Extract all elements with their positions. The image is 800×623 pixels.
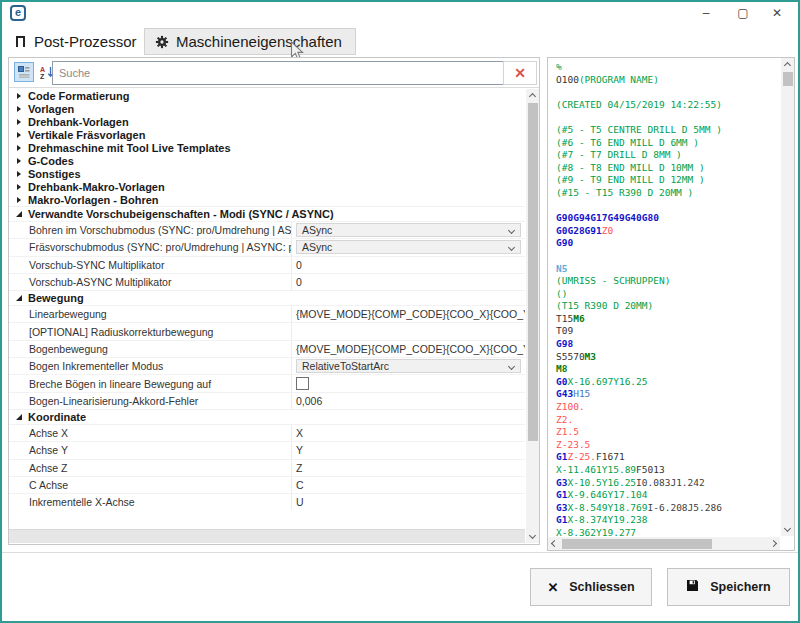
code-line: (#8 - T8 END MILL D 10MM ) [556, 162, 780, 175]
section-header[interactable]: Bewegung [9, 290, 525, 305]
expander-collapsed-icon[interactable] [17, 158, 21, 164]
code-line: (T15 R390 D 20MM) [556, 300, 780, 313]
property-label: Fräsvorschubmodus (SYNC: pro/Umdrehung |… [9, 239, 291, 255]
category-row[interactable]: G-Codes [9, 154, 525, 167]
property-row: Bogen-Linearisierung-Akkord-Fehler0,006 [9, 392, 525, 409]
scroll-down-button[interactable] [781, 523, 794, 536]
scrollbar-thumb[interactable] [783, 72, 793, 86]
property-value[interactable]: RelativeToStartArc [291, 358, 525, 374]
property-value[interactable]: ASync [291, 239, 525, 255]
code-line: X-8.362Y19.277 [556, 527, 780, 536]
property-value[interactable]: C [291, 477, 525, 493]
category-row[interactable]: Vorlagen [9, 102, 525, 115]
property-label: Bohren im Vorschubmodus (SYNC: pro/Umdre… [9, 222, 291, 238]
expander-collapsed-icon[interactable] [17, 106, 21, 112]
category-label: Vertikale Fräsvorlagen [28, 129, 145, 141]
categorized-view-button[interactable] [14, 62, 34, 82]
property-value[interactable]: ASync [291, 222, 525, 238]
code-line: G1Z-25.F1671 [556, 451, 780, 464]
code-token: G0G28G91 [556, 225, 602, 236]
code-token: F1671 [596, 451, 625, 462]
property-value[interactable]: 0 [291, 274, 525, 290]
section-header[interactable]: Verwandte Vorschubeigenschaften - Modi (… [9, 206, 525, 221]
code-token: Z100. [556, 401, 585, 412]
scrollbar-thumb[interactable] [562, 539, 712, 549]
property-value[interactable] [291, 375, 525, 391]
category-row[interactable]: Drehbank-Makro-Vorlagen [9, 180, 525, 193]
scroll-down-button[interactable] [526, 530, 539, 543]
gcode-vertical-scrollbar[interactable] [781, 58, 794, 536]
section-title: Verwandte Vorschubeigenschaften - Modi (… [28, 208, 334, 220]
code-line: (#7 - T7 DRILL D 8MM ) [556, 149, 780, 162]
minimize-button[interactable]: – [689, 2, 723, 24]
property-value[interactable]: {MOVE_MODE}{COMP_CODE}{COO_X}{COO_Y}{COO… [291, 341, 525, 357]
category-row[interactable]: Vertikale Fräsvorlagen [9, 128, 525, 141]
code-token: G98 [556, 338, 573, 349]
category-row[interactable]: Drehbank-Vorlagen [9, 115, 525, 128]
search-input[interactable] [52, 61, 506, 85]
property-row: Bogenbewegung{MOVE_MODE}{COMP_CODE}{COO_… [9, 340, 525, 357]
expander-collapsed-icon[interactable] [17, 197, 21, 203]
category-row[interactable]: Code Formatierung [9, 89, 525, 102]
scroll-right-button[interactable] [767, 537, 780, 550]
expander-collapsed-icon[interactable] [17, 171, 21, 177]
expander-collapsed-icon[interactable] [17, 184, 21, 190]
titlebar: e – ▢ ✕ [2, 2, 798, 24]
gcode-text[interactable]: %O100(PROGRAM NAME) (CREATED 04/15/2019 … [548, 58, 780, 536]
section-header[interactable]: Koordinate [9, 409, 525, 424]
grid-filler [9, 529, 525, 543]
scroll-left-button[interactable] [548, 537, 561, 550]
property-panel: A Z ✕ Code FormatierungVorlagenDrehbank-… [8, 57, 540, 545]
code-token: (PROGRAM NAME) [579, 74, 659, 85]
tab-post-prozessor[interactable]: Post-Prozessor [10, 27, 142, 55]
property-value[interactable]: X [291, 425, 525, 441]
svg-text:A: A [40, 66, 45, 73]
property-row: Fräsvorschubmodus (SYNC: pro/Umdrehung |… [9, 238, 525, 255]
code-line: G3X-10.5Y16.25I0.083J1.242 [556, 477, 780, 490]
scroll-up-button[interactable] [781, 58, 794, 71]
close-window-button[interactable]: ✕ [760, 2, 794, 24]
expander-expanded-icon[interactable] [16, 414, 22, 420]
gcode-horizontal-scrollbar[interactable] [548, 537, 780, 550]
speichern-button[interactable]: Speichern [667, 568, 790, 606]
property-row: [OPTIONAL] Radiuskorrekturbewegung [9, 322, 525, 339]
dropdown-value: RelativeToStartArc [302, 360, 389, 372]
scroll-up-button[interactable] [526, 89, 539, 102]
property-value[interactable]: Z [291, 460, 525, 476]
code-token: G3 [556, 477, 567, 488]
expander-collapsed-icon[interactable] [17, 93, 21, 99]
maximize-button[interactable]: ▢ [726, 2, 760, 24]
property-row: Vorschub-SYNC Multiplikator0 [9, 256, 525, 273]
expander-collapsed-icon[interactable] [17, 145, 21, 151]
category-label: Sonstiges [28, 168, 81, 180]
code-token: O100 [556, 74, 579, 85]
property-value[interactable]: Y [291, 442, 525, 458]
code-token: (CREATED 04/15/2019 14:22:55) [556, 99, 722, 110]
schliessen-button[interactable]: ✕ Schliessen [530, 568, 652, 606]
expander-expanded-icon[interactable] [16, 295, 22, 301]
expander-expanded-icon[interactable] [16, 211, 22, 217]
property-value[interactable]: 0,006 [291, 393, 525, 409]
clear-search-button[interactable]: ✕ [503, 61, 537, 85]
property-value[interactable]: {MOVE_MODE}{COMP_CODE}{COO_X}{COO_Y}{COO… [291, 306, 525, 322]
expander-collapsed-icon[interactable] [17, 119, 21, 125]
category-row[interactable]: Sonstiges [9, 167, 525, 180]
value-dropdown[interactable]: ASync [296, 240, 521, 254]
property-value[interactable]: U [291, 494, 525, 510]
property-value[interactable]: 0 [291, 257, 525, 273]
value-dropdown[interactable]: ASync [296, 223, 521, 237]
property-row: Bogen Inkrementeller ModusRelativeToStar… [9, 357, 525, 374]
category-row[interactable]: Drehmaschine mit Tool Live Templates [9, 141, 525, 154]
code-line: M8 [556, 363, 780, 376]
property-value[interactable] [291, 323, 525, 339]
section-title: Koordinate [28, 411, 86, 423]
tab-maschineneigenschaften[interactable]: Maschineneigenschaften [144, 28, 356, 55]
code-token: X-8.374Y19.238 [567, 514, 647, 525]
property-grid-scrollbar[interactable] [526, 89, 539, 543]
value-dropdown[interactable]: RelativeToStartArc [296, 359, 521, 373]
expander-collapsed-icon[interactable] [17, 132, 21, 138]
value-checkbox[interactable] [296, 377, 309, 390]
scrollbar-thumb[interactable] [528, 103, 538, 441]
category-row[interactable]: Makro-Vorlagen - Bohren [9, 193, 525, 206]
code-line: G98 [556, 338, 780, 351]
